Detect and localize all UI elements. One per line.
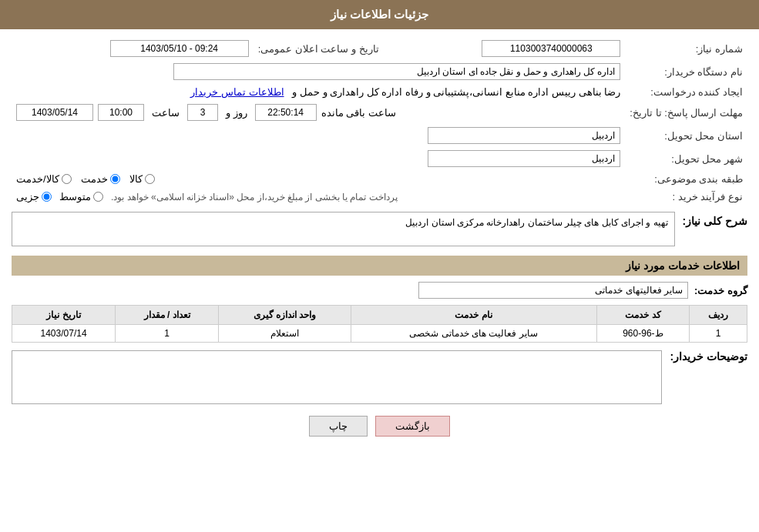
time-input[interactable] bbox=[98, 104, 144, 121]
services-tbody: 1ط-96-960سایر فعالیت های خدماتی شخصیاستع… bbox=[12, 325, 747, 343]
buyer-notes-container bbox=[12, 350, 662, 407]
col-unit: واحد اندازه گیری bbox=[219, 306, 351, 325]
purchase-type-value: پرداخت تمام یا بخشی از مبلغ خرید،از محل … bbox=[12, 188, 625, 206]
remaining-label: ساعت باقی مانده bbox=[321, 107, 396, 119]
city-input[interactable] bbox=[428, 150, 620, 167]
days-label: روز و bbox=[226, 107, 247, 119]
cell-name: سایر فعالیت های خدماتی شخصی bbox=[351, 325, 596, 343]
creator-row: ایجاد کننده درخواست: رضا بناهی رییس ادار… bbox=[12, 83, 747, 101]
buyer-notes-textarea[interactable] bbox=[12, 350, 662, 404]
city-row: شهر محل تحویل: bbox=[12, 147, 747, 170]
remaining-input[interactable] bbox=[255, 104, 317, 121]
deadline-date-input[interactable] bbox=[16, 104, 93, 121]
purchase-type-label: نوع فرآیند خرید : bbox=[625, 188, 747, 206]
need-number-row: شماره نیاز: تاریخ و ساعت اعلان عمومی: bbox=[12, 37, 747, 60]
days-input[interactable] bbox=[187, 104, 218, 121]
service-group-row: گروه خدمت: bbox=[12, 282, 747, 299]
category-khedmat-radio[interactable] bbox=[110, 174, 120, 184]
category-khedmat[interactable]: خدمت bbox=[81, 173, 120, 185]
category-khedmat-label: خدمت bbox=[81, 173, 108, 185]
announce-date-label: تاریخ و ساعت اعلان عمومی: bbox=[254, 37, 384, 60]
col-code: کد خدمت bbox=[596, 306, 690, 325]
province-label: استان محل تحویل: bbox=[625, 124, 747, 147]
footer-buttons: بازگشت چاپ bbox=[12, 407, 747, 446]
service-group-input[interactable] bbox=[418, 282, 688, 299]
province-input[interactable] bbox=[428, 127, 620, 144]
deadline-value: ساعت باقی مانده روز و ساعت bbox=[12, 101, 625, 124]
creator-value: رضا بناهی رییس اداره منابع انسانی،پشتیبا… bbox=[12, 83, 625, 101]
category-kala[interactable]: کالا bbox=[129, 173, 155, 185]
purchase-type-note: پرداخت تمام یا بخشی از مبلغ خرید،از محل … bbox=[111, 192, 398, 202]
print-button[interactable]: چاپ bbox=[309, 416, 368, 437]
col-row: ردیف bbox=[690, 306, 747, 325]
page-title: جزئیات اطلاعات نیاز bbox=[331, 8, 428, 21]
col-name: نام خدمت bbox=[351, 306, 596, 325]
need-desc-label: شرح کلی نیاز: bbox=[683, 212, 747, 230]
back-button[interactable]: بازگشت bbox=[375, 416, 450, 437]
cell-row: 1 bbox=[690, 325, 747, 343]
time-label: ساعت bbox=[152, 107, 180, 119]
category-kala-khedmat[interactable]: کالا/خدمت bbox=[16, 173, 72, 185]
category-value: کالا خدمت کالا/خدمت bbox=[12, 170, 625, 188]
purchase-medium-radio[interactable] bbox=[93, 192, 103, 202]
main-info-table: شماره نیاز: تاریخ و ساعت اعلان عمومی: نا… bbox=[12, 37, 747, 206]
purchase-type-medium[interactable]: متوسط bbox=[59, 191, 103, 202]
buyer-notes-section: توضیحات خریدار: bbox=[12, 350, 747, 407]
creator-link[interactable]: اطلاعات تماس خریدار bbox=[190, 86, 284, 98]
category-kala-label: کالا bbox=[129, 173, 143, 185]
buyer-org-label: نام دستگاه خریدار: bbox=[625, 60, 747, 83]
category-kala-radio[interactable] bbox=[145, 174, 155, 184]
purchase-medium-label: متوسط bbox=[59, 191, 91, 202]
category-row: طبقه بندی موضوعی: کالا خدمت bbox=[12, 170, 747, 188]
purchase-type-row: نوع فرآیند خرید : پرداخت تمام یا بخشی از… bbox=[12, 188, 747, 206]
buyer-notes-label: توضیحات خریدار: bbox=[670, 350, 747, 363]
col-date: تاریخ نیاز bbox=[12, 306, 116, 325]
creator-label: ایجاد کننده درخواست: bbox=[625, 83, 747, 101]
deadline-row: مهلت ارسال پاسخ: تا تاریخ: ساعت باقی مان… bbox=[12, 101, 747, 124]
cell-count: 1 bbox=[116, 325, 219, 343]
purchase-partial-radio[interactable] bbox=[42, 192, 52, 202]
need-number-input[interactable] bbox=[482, 40, 620, 57]
category-kala-khedmat-label: کالا/خدمت bbox=[16, 173, 59, 185]
cell-unit: استعلام bbox=[219, 325, 351, 343]
need-desc-section: شرح کلی نیاز: تهیه و اجرای کابل های چیلر… bbox=[12, 212, 747, 246]
services-table: ردیف کد خدمت نام خدمت واحد اندازه گیری ت… bbox=[12, 305, 747, 343]
category-both-radio[interactable] bbox=[62, 174, 72, 184]
creator-text: رضا بناهی رییس اداره منابع انسانی،پشتیبا… bbox=[292, 86, 620, 98]
need-number-value bbox=[384, 37, 626, 60]
service-group-label: گروه خدمت: bbox=[694, 285, 747, 296]
col-count: تعداد / مقدار bbox=[116, 306, 219, 325]
province-value bbox=[12, 124, 625, 147]
deadline-label: مهلت ارسال پاسخ: تا تاریخ: bbox=[625, 101, 747, 124]
buyer-org-value bbox=[12, 60, 625, 83]
buyer-org-input[interactable] bbox=[173, 63, 620, 80]
table-header-row: ردیف کد خدمت نام خدمت واحد اندازه گیری ت… bbox=[12, 306, 747, 325]
content-area: شماره نیاز: تاریخ و ساعت اعلان عمومی: نا… bbox=[0, 29, 759, 453]
services-title: اطلاعات خدمات مورد نیاز bbox=[12, 256, 747, 276]
city-label: شهر محل تحویل: bbox=[625, 147, 747, 170]
page-wrapper: جزئیات اطلاعات نیاز شماره نیاز: تاریخ و … bbox=[0, 0, 759, 532]
need-number-label: شماره نیاز: bbox=[625, 37, 747, 60]
category-label: طبقه بندی موضوعی: bbox=[625, 170, 747, 188]
city-value bbox=[12, 147, 625, 170]
announce-date-input[interactable] bbox=[110, 40, 249, 57]
cell-code: ط-96-960 bbox=[596, 325, 690, 343]
table-row: 1ط-96-960سایر فعالیت های خدماتی شخصیاستع… bbox=[12, 325, 747, 343]
cell-date: 1403/07/14 bbox=[12, 325, 116, 343]
buyer-org-row: نام دستگاه خریدار: bbox=[12, 60, 747, 83]
purchase-partial-label: جزیی bbox=[16, 191, 39, 202]
announce-date-value bbox=[12, 37, 254, 60]
purchase-type-partial[interactable]: جزیی bbox=[16, 191, 52, 202]
need-desc-value: تهیه و اجرای کابل های چیلر ساختمان راهدا… bbox=[12, 212, 675, 246]
province-row: استان محل تحویل: bbox=[12, 124, 747, 147]
page-header: جزئیات اطلاعات نیاز bbox=[0, 0, 759, 29]
need-desc-container: تهیه و اجرای کابل های چیلر ساختمان راهدا… bbox=[12, 212, 675, 246]
